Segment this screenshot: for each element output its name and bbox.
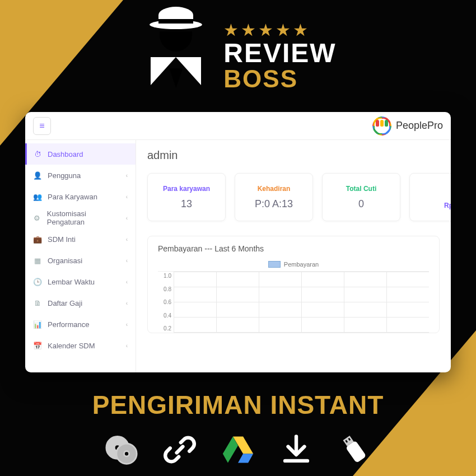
menu-toggle-button[interactable]: ≡ <box>33 117 51 135</box>
chevron-left-icon: ‹ <box>126 236 128 242</box>
sidebar-item-pengguna[interactable]: 👤Pengguna‹ <box>25 165 136 186</box>
y-tick-label: 1.0 <box>158 273 171 279</box>
sidebar-item-dashboard[interactable]: ⏱Dashboard <box>25 143 136 165</box>
chevron-left-icon: ‹ <box>126 300 128 306</box>
stars-icon: ★★★★★ <box>223 20 336 40</box>
file-icon: 🗎 <box>33 299 42 307</box>
stat-value: 0 <box>358 198 364 210</box>
chart-legend: Pembayaran <box>158 261 429 268</box>
y-tick-label: 0.4 <box>158 312 171 319</box>
stat-value: Rp <box>444 202 451 209</box>
stat-card: Total Cuti0 <box>322 173 400 221</box>
drive-icon <box>222 433 254 466</box>
stat-value: 13 <box>181 198 192 210</box>
brand-header: ★★★★★ REVIEW BOSS <box>0 7 476 96</box>
app-name: PeoplePro <box>396 120 443 132</box>
app-window: ≡ PeoplePro ⏱Dashboard👤Pengguna‹👥Para Ka… <box>25 112 451 372</box>
sidebar-item-label: Daftar Gaji <box>48 299 82 307</box>
sidebar-item-lembar[interactable]: 🕒Lembar Waktu‹ <box>25 271 136 292</box>
calendar-icon: 📅 <box>33 342 42 350</box>
y-tick-label: 0.2 <box>158 325 171 332</box>
sidebar-item-label: Organisasi <box>48 256 82 265</box>
sidebar-item-label: Kustomisasi Pengaturan <box>47 209 120 226</box>
sidebar-item-label: Kalender SDM <box>48 342 95 350</box>
disc-icon <box>105 433 138 466</box>
download-icon <box>280 433 312 466</box>
app-header: ≡ PeoplePro <box>25 112 451 140</box>
sidebar-item-label: Dashboard <box>48 150 83 158</box>
main-content: admin Para karyawan13KehadiranP:0 A:13To… <box>136 140 451 372</box>
chevron-left-icon: ‹ <box>126 321 128 328</box>
chevron-left-icon: ‹ <box>126 258 128 264</box>
stat-label: Total Cuti <box>346 185 376 193</box>
svg-point-3 <box>124 451 129 456</box>
stat-label: Para karyawan <box>163 185 210 193</box>
page-title: admin <box>147 149 440 162</box>
sidebar-item-sdm[interactable]: 💼SDM Inti‹ <box>25 228 136 250</box>
link-icon <box>164 433 196 466</box>
stat-card: KehadiranP:0 A:13 <box>235 173 313 221</box>
footer-title: PENGIRIMAN INSTANT <box>0 390 476 420</box>
chart-area: 1.00.80.60.40.2 <box>158 271 429 333</box>
chevron-left-icon: ‹ <box>126 172 128 179</box>
sidebar-item-gaji[interactable]: 🗎Daftar Gaji‹ <box>25 292 136 314</box>
grid-icon: ▦ <box>33 256 42 265</box>
briefcase-icon: 💼 <box>33 235 42 244</box>
sidebar-item-organisasi[interactable]: ▦Organisasi‹ <box>25 250 136 271</box>
stat-value: P:0 A:13 <box>255 198 293 210</box>
mascot-icon <box>139 7 212 96</box>
chevron-left-icon: ‹ <box>126 343 128 349</box>
sidebar-item-label: Performance <box>48 320 89 329</box>
usb-icon <box>338 433 371 466</box>
sidebar-item-label: Lembar Waktu <box>48 278 95 286</box>
legend-label: Pembayaran <box>284 261 319 268</box>
clock-icon: 🕒 <box>33 278 42 286</box>
sidebar-item-kustom[interactable]: ⚙Kustomisasi Pengaturan‹ <box>25 207 136 228</box>
stat-card-partial: Rp <box>409 173 451 221</box>
stat-label: Kehadiran <box>258 185 291 193</box>
sidebar-item-kalender[interactable]: 📅Kalender SDM‹ <box>25 335 136 356</box>
app-brand: PeoplePro <box>372 116 443 136</box>
chart-card: Pembayaran --- Last 6 Months Pembayaran … <box>147 236 440 333</box>
stat-card: Para karyawan13 <box>147 173 226 221</box>
chevron-left-icon: ‹ <box>126 279 128 285</box>
sidebar-item-label: Para Karyawan <box>48 193 97 201</box>
y-tick-label: 0.6 <box>158 299 171 305</box>
sidebar-item-label: Pengguna <box>48 171 81 180</box>
sidebar-item-karyawan[interactable]: 👥Para Karyawan‹ <box>25 186 136 207</box>
chart-title: Pembayaran --- Last 6 Months <box>158 244 429 253</box>
users-icon: 👥 <box>33 193 42 201</box>
chart-icon: 📊 <box>33 320 42 329</box>
sidebar-item-performance[interactable]: 📊Performance‹ <box>25 314 136 335</box>
footer-icons <box>0 433 476 466</box>
y-tick-label: 0.8 <box>158 286 171 292</box>
stats-row: Para karyawan13KehadiranP:0 A:13Total Cu… <box>147 173 440 221</box>
user-icon: 👤 <box>33 171 42 180</box>
chevron-left-icon: ‹ <box>126 194 128 200</box>
brand-title-1: REVIEW <box>223 40 336 67</box>
sliders-icon: ⚙ <box>33 214 41 222</box>
sidebar: ⏱Dashboard👤Pengguna‹👥Para Karyawan‹⚙Kust… <box>25 140 136 372</box>
brand-title-2: BOSS <box>223 67 336 91</box>
legend-swatch <box>268 261 281 268</box>
chevron-left-icon: ‹ <box>126 215 128 221</box>
gauge-icon: ⏱ <box>33 150 42 158</box>
sidebar-item-label: SDM Inti <box>48 235 76 244</box>
